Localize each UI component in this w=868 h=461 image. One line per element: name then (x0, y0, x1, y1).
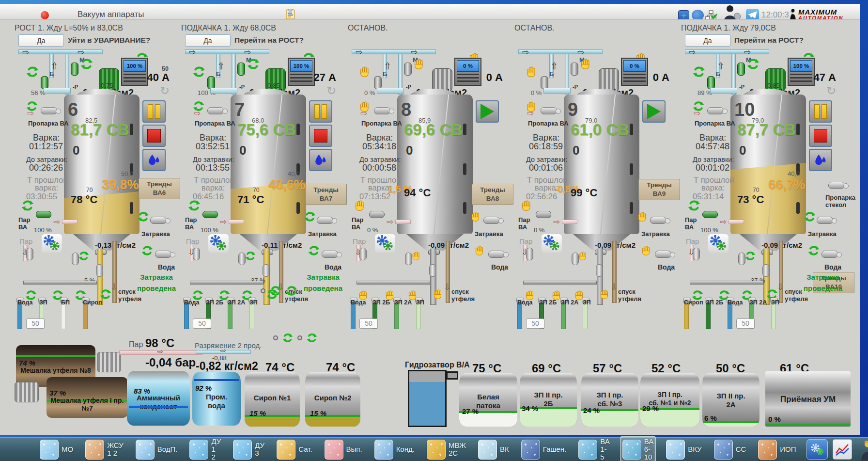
valve-b[interactable] (541, 76, 548, 89)
settings-gears-button[interactable] (375, 234, 395, 253)
confirm-yes-button[interactable]: Да (685, 34, 730, 47)
taskbar-item-evaporation[interactable]: Вып. (323, 439, 364, 461)
steam-va-valve[interactable] (202, 211, 218, 218)
valve[interactable] (693, 248, 700, 260)
steam-va-valve[interactable] (369, 211, 385, 218)
glass-steaming-valve[interactable] (828, 182, 845, 189)
syrup-2-tank[interactable]: Сироп №2 15 % (305, 372, 360, 427)
drain-valve[interactable] (96, 264, 103, 277)
settings-gears-button[interactable] (542, 234, 562, 253)
auto-manual-icon[interactable] (637, 211, 648, 222)
valve-m[interactable] (404, 63, 412, 76)
auto-manual-icon[interactable] (578, 251, 588, 260)
flow-setpoint-box[interactable]: 50 (526, 318, 544, 329)
valve[interactable] (26, 248, 33, 260)
auto-manual-icon[interactable] (475, 245, 485, 255)
auto-manual-icon[interactable] (600, 288, 610, 299)
settings-gears-button[interactable] (806, 439, 828, 460)
water-button[interactable] (142, 149, 166, 171)
valve-m[interactable] (737, 63, 745, 76)
valve-b[interactable] (374, 76, 382, 89)
drain-valve[interactable] (263, 264, 270, 277)
zp-2a-tank[interactable]: ЗП II пр.2А 6 % (702, 373, 760, 427)
water-valve[interactable] (822, 251, 838, 258)
flow-setpoint-box[interactable]: 50 (736, 318, 755, 329)
pause-button[interactable] (142, 100, 166, 123)
auto-manual-icon[interactable] (804, 211, 816, 223)
auto-manual-icon[interactable] (745, 251, 756, 261)
taskbar-item-va-1-5[interactable]: ВА 1-5 (576, 437, 612, 461)
auto-manual-icon[interactable] (747, 58, 760, 70)
auto-manual-icon[interactable] (693, 65, 705, 78)
auto-manual-icon[interactable] (521, 199, 533, 211)
zp-sb12-tank[interactable]: ЗП I пр.сб. №1 и №2 29 % (640, 373, 699, 427)
valve[interactable] (405, 253, 412, 265)
seed-valve[interactable] (483, 217, 500, 224)
steam-va-valve[interactable] (36, 211, 51, 218)
proparka-valve[interactable] (41, 107, 57, 114)
drain-valve[interactable] (762, 264, 770, 277)
valve-m[interactable] (571, 63, 578, 76)
seed-valve[interactable] (650, 217, 666, 224)
auto-manual-icon[interactable] (21, 199, 34, 212)
auto-manual-icon[interactable] (525, 289, 536, 300)
auto-manual-icon[interactable] (358, 289, 369, 300)
auto-manual-icon[interactable] (80, 58, 93, 70)
taskbar-item-iop[interactable]: ИОП (756, 439, 798, 461)
water-valve[interactable] (488, 251, 505, 258)
auto-manual-icon[interactable] (688, 199, 700, 212)
steam-va-valve[interactable] (702, 211, 718, 218)
water-valve[interactable] (155, 251, 171, 258)
valve[interactable] (359, 248, 367, 260)
stop-button[interactable] (142, 125, 166, 147)
taskbar-item-water-prep[interactable]: ВодП. (134, 439, 180, 461)
valve[interactable] (526, 248, 533, 260)
ammonia-condensate-tank[interactable]: 83 % Аммиачныйконденсат (127, 371, 190, 426)
taskbar-item-vku[interactable]: ВКУ (664, 439, 703, 461)
auto-manual-icon[interactable] (245, 251, 256, 261)
taskbar-item-mvzh[interactable]: МВЖ 2С (425, 439, 468, 461)
valve[interactable] (238, 253, 246, 265)
valve[interactable] (738, 253, 745, 265)
valve[interactable] (72, 253, 79, 265)
auto-manual-icon[interactable] (100, 288, 111, 300)
valve-m[interactable] (237, 63, 245, 76)
drain-valve[interactable] (596, 264, 603, 277)
taskbar-item-lemon[interactable]: МО (38, 439, 75, 461)
seed-valve[interactable] (317, 217, 333, 224)
start-button[interactable] (642, 100, 666, 123)
white-molasses-tank[interactable]: Белаяпатока 27 % (459, 373, 517, 427)
taskbar-item-saturation[interactable]: Сат. (275, 439, 314, 461)
auto-manual-icon[interactable] (78, 251, 89, 261)
proparka-valve[interactable] (207, 107, 224, 114)
settings-gears-button[interactable] (708, 234, 728, 253)
taskbar-item-vk[interactable]: ВК (476, 439, 511, 461)
auto-manual-icon[interactable] (308, 245, 320, 256)
taskbar-item-va-6-10[interactable]: ВА 6-10 (620, 436, 656, 461)
valve[interactable] (572, 253, 579, 265)
syrup-1-tank[interactable]: Сироп №1 15 % (245, 372, 300, 427)
valve-b[interactable] (41, 76, 48, 89)
stop-button[interactable] (309, 125, 332, 147)
valve[interactable] (193, 248, 200, 260)
taskbar-item-diffusion-12[interactable]: ДУ 1 2 (187, 437, 223, 461)
taskbar-item-slaking[interactable]: Гашен. (519, 439, 568, 461)
auto-manual-icon[interactable] (414, 58, 425, 69)
trends-button[interactable]: Тренды ВА6 (139, 178, 180, 199)
auto-manual-icon[interactable] (808, 245, 820, 256)
trends-button[interactable]: Тренды ВА9 (638, 179, 680, 200)
trends-button[interactable]: Тренды ВА7 (305, 184, 347, 205)
flow-setpoint-box[interactable]: 50 (359, 318, 378, 329)
taskbar-item-condensate[interactable]: Конд. (372, 439, 417, 461)
taskbar-item-diffusion-3[interactable]: ДУ 3 (231, 439, 266, 461)
valve-b[interactable] (707, 76, 715, 89)
auto-manual-icon[interactable] (193, 65, 205, 78)
auto-manual-icon[interactable] (641, 245, 652, 255)
auto-manual-icon[interactable] (26, 65, 39, 78)
zp-2b-tank[interactable]: ЗП II пр.2Б 34 % (520, 373, 577, 427)
auto-manual-icon[interactable] (141, 245, 153, 256)
service-worker-icon[interactable] (857, 438, 868, 461)
taskbar-item-ss[interactable]: СС (712, 439, 748, 461)
start-button[interactable] (476, 100, 499, 123)
seed-valve[interactable] (150, 217, 167, 224)
